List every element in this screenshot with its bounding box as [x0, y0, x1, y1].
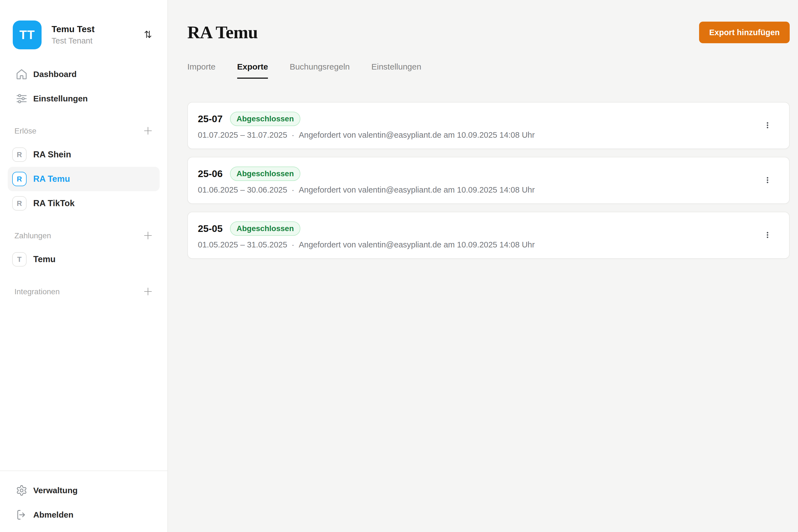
sidebar: TT Temu Test Test Tenant — [0, 0, 168, 532]
tenant-avatar: TT — [13, 20, 41, 49]
sidebar-item-label: RA TikTok — [33, 198, 75, 208]
gear-icon — [16, 484, 28, 496]
section-label: Zahlungen — [14, 231, 51, 240]
meta-dot: · — [292, 240, 294, 249]
sidebar-item-label: RA Temu — [33, 174, 70, 184]
row-menu-button[interactable] — [761, 172, 774, 189]
export-row-25-07[interactable]: 25-07 Abgeschlossen 01.07.2025 – 31.07.2… — [187, 102, 790, 149]
export-date-range: 01.05.2025 – 31.05.2025 — [198, 240, 287, 249]
meta-dot: · — [292, 185, 294, 194]
export-title-row: 25-06 Abgeschlossen — [198, 167, 535, 181]
tab-bar: Importe Exporte Buchungsregeln Einstellu… — [187, 62, 790, 79]
sidebar-item-label: Abmelden — [33, 510, 73, 519]
export-meta: 01.06.2025 – 30.06.2025 · Angefordert vo… — [198, 185, 535, 194]
add-integrationen-button[interactable] — [140, 284, 156, 300]
section-erloese-items: R RA Shein R RA Temu R RA TikTok — [8, 142, 159, 215]
section-erloese: Erlöse — [8, 123, 159, 139]
plus-icon — [143, 286, 153, 298]
export-info: 25-05 Abgeschlossen 01.05.2025 – 31.05.2… — [198, 222, 535, 249]
export-date-range: 01.07.2025 – 31.07.2025 — [198, 131, 287, 140]
export-list: 25-07 Abgeschlossen 01.07.2025 – 31.07.2… — [187, 102, 790, 259]
item-badge: T — [12, 252, 26, 267]
export-row-25-06[interactable]: 25-06 Abgeschlossen 01.06.2025 – 30.06.2… — [187, 157, 790, 204]
meta-dot: · — [292, 131, 294, 140]
export-title-row: 25-05 Abgeschlossen — [198, 222, 535, 236]
export-requested-by: Angefordert von valentin@easypliant.de a… — [299, 240, 535, 249]
tenant-initials: TT — [19, 28, 35, 42]
logout-icon — [16, 509, 28, 521]
sidebar-item-label: Temu — [33, 254, 55, 264]
export-requested-by: Angefordert von valentin@easypliant.de a… — [299, 185, 535, 194]
export-period: 25-05 — [198, 223, 223, 234]
plus-icon — [143, 230, 153, 242]
sidebar-item-ra-shein[interactable]: R RA Shein — [8, 142, 159, 167]
export-hinzufuegen-button[interactable]: Export hinzufügen — [699, 22, 790, 43]
sidebar-item-verwaltung[interactable]: Verwaltung — [8, 478, 159, 502]
export-period: 25-07 — [198, 113, 223, 125]
kebab-icon — [762, 229, 773, 241]
export-meta: 01.05.2025 – 31.05.2025 · Angefordert vo… — [198, 240, 535, 249]
item-badge: R — [12, 196, 26, 211]
row-menu-button[interactable] — [761, 117, 774, 134]
sidebar-item-label: Dashboard — [33, 70, 77, 79]
export-period: 25-06 — [198, 168, 223, 179]
sidebar-item-temu[interactable]: T Temu — [8, 247, 159, 271]
sidebar-footer: Verwaltung Abmelden — [0, 471, 167, 532]
home-icon — [16, 68, 28, 80]
sidebar-item-label: RA Shein — [33, 150, 71, 159]
section-integrationen: Integrationen — [8, 284, 159, 300]
item-badge: R — [12, 147, 26, 162]
sidebar-item-dashboard[interactable]: Dashboard — [8, 62, 159, 87]
kebab-icon — [762, 120, 773, 132]
sliders-icon — [16, 93, 28, 105]
tab-einstellungen[interactable]: Einstellungen — [371, 62, 421, 79]
tab-exporte[interactable]: Exporte — [237, 62, 268, 79]
section-zahlungen-items: T Temu — [8, 247, 159, 271]
section-label: Integrationen — [14, 287, 60, 296]
item-badge: R — [12, 172, 26, 186]
kebab-icon — [762, 174, 773, 187]
export-row-25-05[interactable]: 25-05 Abgeschlossen 01.05.2025 – 31.05.2… — [187, 212, 790, 259]
export-info: 25-07 Abgeschlossen 01.07.2025 – 31.07.2… — [198, 112, 535, 140]
tenant-text: Temu Test Test Tenant — [52, 23, 94, 46]
sidebar-content: TT Temu Test Test Tenant — [0, 0, 167, 471]
add-zahlungen-button[interactable] — [140, 228, 156, 244]
sidebar-item-label: Verwaltung — [33, 486, 78, 495]
plus-icon — [143, 126, 153, 137]
sidebar-item-label: Einstellungen — [33, 94, 88, 103]
row-menu-button[interactable] — [761, 226, 774, 244]
export-date-range: 01.06.2025 – 30.06.2025 — [198, 185, 287, 194]
export-title-row: 25-07 Abgeschlossen — [198, 112, 535, 126]
status-badge: Abgeschlossen — [230, 167, 301, 181]
add-erloese-button[interactable] — [140, 123, 156, 139]
sidebar-nav: Dashboard Einstellungen — [8, 62, 159, 111]
up-down-arrows-icon[interactable] — [142, 29, 153, 41]
sidebar-item-abmelden[interactable]: Abmelden — [8, 502, 159, 527]
tab-importe[interactable]: Importe — [187, 62, 215, 79]
tab-buchungsregeln[interactable]: Buchungsregeln — [289, 62, 350, 79]
sidebar-item-ra-temu[interactable]: R RA Temu — [8, 167, 159, 191]
export-info: 25-06 Abgeschlossen 01.06.2025 – 30.06.2… — [198, 167, 535, 194]
status-badge: Abgeschlossen — [230, 112, 301, 126]
page-title: RA Temu — [187, 22, 258, 43]
tenant-name: Temu Test — [52, 23, 94, 35]
tenant-subtitle: Test Tenant — [52, 36, 94, 46]
tenant-switcher[interactable]: TT Temu Test Test Tenant — [8, 20, 159, 49]
export-meta: 01.07.2025 – 31.07.2025 · Angefordert vo… — [198, 131, 535, 140]
main-content: RA Temu Export hinzufügen Importe Export… — [168, 0, 798, 532]
export-requested-by: Angefordert von valentin@easypliant.de a… — [299, 131, 535, 140]
section-zahlungen: Zahlungen — [8, 228, 159, 244]
status-badge: Abgeschlossen — [230, 222, 301, 236]
main-header: RA Temu Export hinzufügen — [187, 22, 790, 43]
app-root: TT Temu Test Test Tenant — [0, 0, 798, 532]
section-label: Erlöse — [14, 127, 36, 135]
sidebar-item-einstellungen[interactable]: Einstellungen — [8, 87, 159, 111]
sidebar-item-ra-tiktok[interactable]: R RA TikTok — [8, 191, 159, 215]
